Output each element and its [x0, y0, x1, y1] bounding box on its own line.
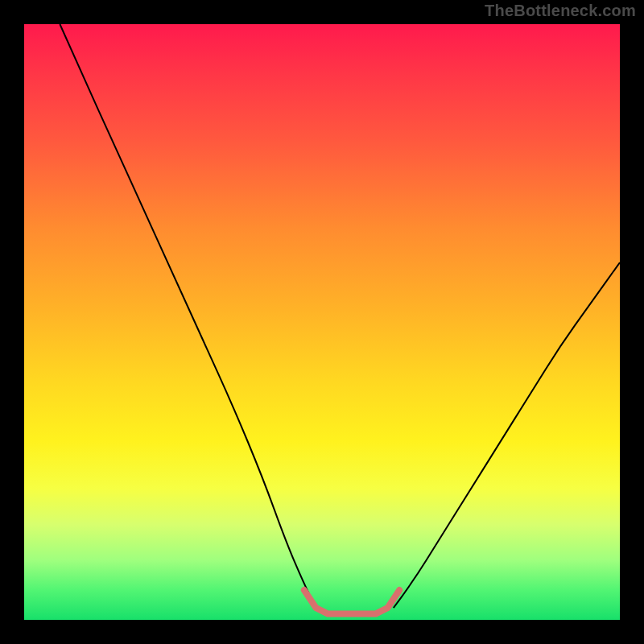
- chart-svg-overlay: [24, 24, 620, 620]
- chart-frame: TheBottleneck.com: [0, 0, 644, 644]
- valley-highlight-line: [304, 590, 399, 614]
- curve-left-line: [60, 24, 316, 608]
- watermark-text: TheBottleneck.com: [485, 2, 636, 20]
- curve-right-line: [394, 262, 620, 608]
